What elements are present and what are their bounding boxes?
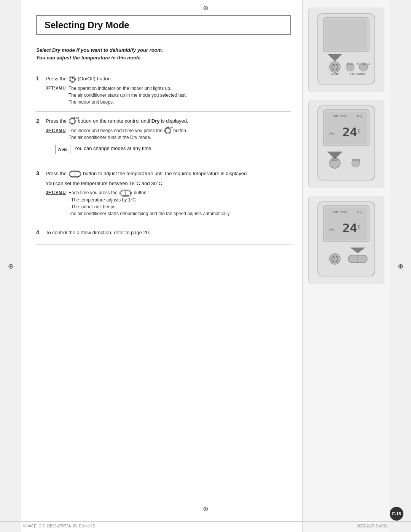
step-3-subnote-0: Each time you press the button :	[68, 190, 149, 195]
step-1-instruction: Press the (On/Off) button.	[46, 75, 291, 83]
step-1-subnote-3: The indoor unit beeps.	[68, 99, 291, 105]
page: ⊕ ⊕ Selecting Dry Mode Select Dry mode i…	[0, 0, 411, 532]
mode-icon-inline: Mode	[164, 127, 171, 134]
step-2-content: Press the Mode button on the remote cont…	[46, 117, 291, 158]
temp-icon-1	[69, 171, 81, 177]
step-2: 2 Press the Mode button on the remote co…	[36, 117, 291, 158]
step-3-ftnote: 3FT:VMU Each time you press the button :	[46, 189, 291, 197]
svg-text:Auto: Auto	[329, 228, 336, 231]
step-2-ftnote: 3FT:VMU The indoor unit beeps each time …	[46, 127, 291, 134]
remote-image-3: Set Temp. Dry Auto 24 c	[308, 196, 384, 284]
intro-text: Select Dry mode if you want to dehumidif…	[36, 46, 291, 61]
intro-line2: You can adjust the temperature in this m…	[36, 54, 291, 62]
step-1-content: Press the (On/Off) button. 3FT:VMU The o…	[46, 75, 291, 105]
step-3-line2: You can set the temperature between 18°C…	[46, 180, 291, 188]
remote-svg-3: Set Temp. Dry Auto 24 c	[314, 200, 379, 280]
step-3-ft-prefix: 3FT:VMU	[46, 189, 66, 196]
footer-right: 2007-2-26 8:47:01	[357, 524, 388, 528]
svg-text:Fan Speed: Fan Speed	[357, 63, 370, 66]
margin-left: ⊕	[0, 0, 21, 532]
content-area: Selecting Dry Mode Select Dry mode if yo…	[21, 0, 390, 532]
note-text: You can change modes at any time.	[74, 145, 153, 152]
remote-image-2: Set Temp. Dry Auto 24 c Mode Speed	[308, 100, 384, 188]
compass-right-icon: ⊕	[397, 263, 405, 269]
step-2-subnote-2: The air conditioner runs in the Dry mode…	[68, 134, 291, 141]
remote-svg-2: Set Temp. Dry Auto 24 c Mode Speed	[314, 104, 379, 184]
step-4-instruction: To control the airflow direction, refer …	[46, 229, 291, 237]
divider-3	[36, 223, 291, 223]
step-3-instruction: Press the button to adjust the temperatu…	[46, 170, 291, 178]
svg-text:Fan Speed: Fan Speed	[350, 72, 365, 75]
step-4-number: 4	[36, 229, 46, 235]
svg-text:Mode: Mode	[331, 72, 339, 75]
step-4: 4 To control the airflow direction, refe…	[36, 229, 291, 239]
divider-2	[36, 164, 291, 164]
image-column: Mode Fan Speed Mode Fan Speed	[303, 0, 390, 532]
step-1-ftnote: 3FT:VMU The operation indicator on the i…	[46, 85, 291, 92]
svg-text:24: 24	[342, 125, 357, 139]
step-2-ft-prefix: 3FT:VMU	[46, 127, 66, 134]
svg-text:Mode: Mode	[331, 159, 338, 161]
svg-text:c: c	[358, 224, 360, 230]
step-4-content: To control the airflow direction, refer …	[46, 229, 291, 239]
step-1: 1 Press the (On/Off) button. 3FT:VMU The…	[36, 75, 291, 105]
title-box: Selecting Dry Mode	[36, 15, 291, 35]
step-3-number: 3	[36, 170, 46, 176]
onoff-icon-1	[69, 76, 76, 83]
page-number-text: E-15	[392, 511, 401, 516]
step-3-subnote-1: - The temperature adjusts by 1°C	[68, 197, 291, 203]
footer: VIVACE_CIS_DB98-27055A_IB_E.indd 15 2007…	[0, 521, 411, 528]
remote-image-1: Mode Fan Speed Mode Fan Speed	[308, 8, 384, 92]
step-3-subnote-2: - The indoor unit beeps	[68, 203, 291, 210]
page-number-badge: E-15	[390, 507, 403, 521]
temp-icon-inline	[119, 190, 132, 197]
step-3: 3 Press the button to adjust the tempera…	[36, 170, 291, 217]
remote-svg-1: Mode Fan Speed Mode Fan Speed	[314, 12, 379, 88]
divider-4	[36, 244, 291, 244]
svg-rect-10	[325, 19, 367, 50]
svg-text:Set Temp.: Set Temp.	[333, 210, 348, 214]
svg-text:Set Temp.: Set Temp.	[333, 114, 348, 118]
svg-text:Dry: Dry	[357, 210, 362, 214]
note-label: Note	[55, 145, 70, 154]
mode-icon-1: Mode	[69, 118, 76, 125]
step-3-subnote-3: The air conditioner starts dehumidifying…	[68, 210, 291, 217]
compass-bottom-icon: ⊕	[203, 505, 209, 513]
text-column: Selecting Dry Mode Select Dry mode if yo…	[21, 0, 303, 532]
step-1-subnote-1: The operation indicator on the indoor un…	[68, 86, 171, 91]
intro-line1: Select Dry mode if you want to dehumidif…	[36, 46, 291, 54]
margin-right: ⊕	[390, 0, 411, 532]
step-2-instruction: Press the Mode button on the remote cont…	[46, 117, 291, 125]
step-2-number: 2	[36, 117, 46, 124]
svg-text:Auto: Auto	[329, 132, 336, 135]
footer-left: VIVACE_CIS_DB98-27055A_IB_E.indd 15	[23, 524, 95, 528]
divider-1	[36, 111, 291, 112]
divider-0	[36, 69, 291, 69]
step-1-ft-prefix: 3FT:VMU	[46, 85, 66, 91]
step-2-note: Note You can change modes at any time.	[55, 145, 291, 154]
compass-top-icon: ⊕	[203, 4, 209, 12]
svg-text:Speed: Speed	[352, 159, 360, 162]
svg-text:24: 24	[342, 221, 357, 235]
compass-left-icon: ⊕	[6, 263, 15, 269]
svg-text:Mode: Mode	[347, 63, 354, 66]
svg-text:Dry: Dry	[357, 114, 362, 118]
step-1-number: 1	[36, 75, 46, 81]
step-1-subnote-2: The air conditioner starts up in the mod…	[68, 92, 291, 99]
step-2-subnote-1: The indoor unit beeps each time you pres…	[68, 128, 187, 133]
svg-text:c: c	[358, 128, 360, 134]
page-title: Selecting Dry Mode	[45, 20, 282, 30]
step-3-content: Press the button to adjust the temperatu…	[46, 170, 291, 217]
